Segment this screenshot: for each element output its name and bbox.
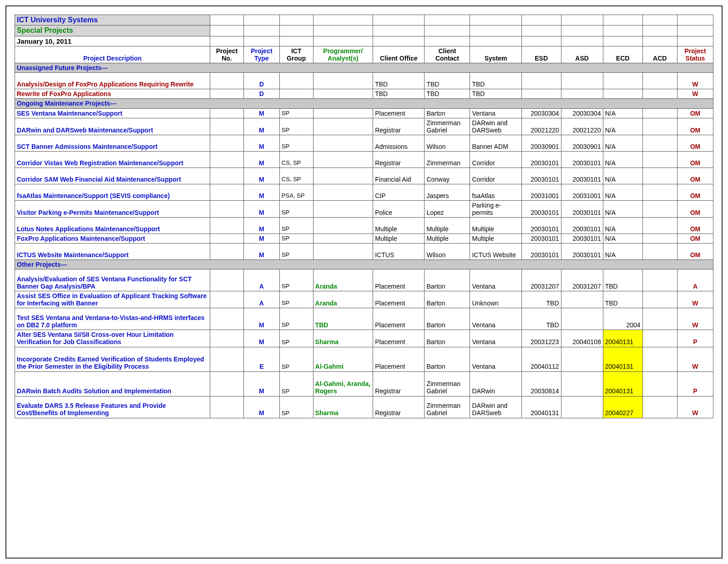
cell-esd [521,89,561,99]
table-row: FoxPro Applications Maintenance/SupportM… [15,234,713,243]
cell-ecd: 20040227 [603,396,642,418]
cell-status: OM [677,234,713,243]
cell-no [210,73,244,89]
cell-no [210,118,244,135]
cell-asd [561,396,603,418]
cell-type: M [243,108,279,118]
cell-ecd: N/A [603,217,642,234]
cell-contact: Conway [425,168,470,184]
cell-grp: SP [279,234,313,243]
cell-desc: SES Ventana Maintenance/Support [15,108,210,118]
cell-esd: 20040112 [521,347,561,371]
cell-office: Police [373,200,425,217]
cell-no [210,291,244,308]
cell-contact: Zimmerman [425,151,470,168]
cell-desc: SCT Banner Admissions Maintenance/Suppor… [15,135,210,151]
cell-grp: SP [279,108,313,118]
cell-ecd: N/A [603,244,642,260]
cell-asd: 20030101 [561,168,603,184]
cell-esd: 20030101 [521,168,561,184]
cell-prog [313,108,373,118]
cell-acd [642,89,677,99]
cell-desc: DARwin Batch Audits Solution and Impleme… [15,371,210,396]
cell-contact: Zimmerman Gabriel [425,371,470,396]
cell-system: Multiple [470,234,521,243]
cell-status: OM [677,108,713,118]
cell-office: Placement [373,291,425,308]
cell-status: W [677,73,713,89]
cell-status: P [677,330,713,347]
cell-prog [313,151,373,168]
cell-system: Ventana [470,308,521,330]
hdr-no: Project No. [210,46,244,63]
cell-desc: Analysis/Evaluation of SES Ventana Funct… [15,269,210,291]
cell-prog: Al-Gahmi, Aranda, Rogers [313,371,373,396]
cell-no [210,200,244,217]
cell-acd [642,151,677,168]
cell-system: Parking e-permits [470,200,521,217]
cell-desc: FoxPro Applications Maintenance/Support [15,234,210,243]
cell-contact: Wilson [425,244,470,260]
cell-prog [313,89,373,99]
cell-asd: 20031001 [561,184,603,200]
cell-type: A [243,291,279,308]
table-row: Rewrite of FoxPro ApplicationsDTBDTBDTBD… [15,89,713,99]
cell-contact: Zimmerman Gabriel [425,118,470,135]
table-row: Analysis/Evaluation of SES Ventana Funct… [15,269,713,291]
cell-ecd: 20040131 [603,371,642,396]
cell-status: W [677,347,713,371]
cell-status: P [677,371,713,396]
cell-desc: Rewrite of FoxPro Applications [15,89,210,99]
cell-grp: SP [279,118,313,135]
cell-contact: Lopez [425,200,470,217]
cell-esd: 20031207 [521,269,561,291]
hdr-system: System [470,46,521,63]
cell-prog: Sharma [313,396,373,418]
cell-type: M [243,184,279,200]
cell-grp: SP [279,217,313,234]
cell-type: M [243,168,279,184]
cell-system: Banner ADM [470,135,521,151]
cell-acd [642,135,677,151]
cell-prog [313,184,373,200]
table-row: Corridor Vistas Web Registration Mainten… [15,151,713,168]
cell-acd [642,244,677,260]
cell-contact: Barton [425,330,470,347]
cell-no [210,168,244,184]
cell-contact: Barton [425,308,470,330]
cell-asd: 20030101 [561,151,603,168]
cell-system: TBD [470,89,521,99]
cell-status: OM [677,217,713,234]
cell-desc: DARwin and DARSweb Maintenance/Support [15,118,210,135]
hdr-status: Project Status [677,46,713,63]
cell-acd [642,200,677,217]
cell-no [210,396,244,418]
report-title: Special Projects [15,25,210,36]
cell-system: Multiple [470,217,521,234]
cell-prog [313,244,373,260]
cell-no [210,234,244,243]
cell-type: M [243,200,279,217]
cell-system: Corridor [470,168,521,184]
cell-type: M [243,396,279,418]
date-row: January 10, 2011 [15,36,713,46]
cell-office: Placement [373,308,425,330]
cell-grp: CS, SP [279,151,313,168]
cell-grp: SP [279,396,313,418]
cell-type: M [243,151,279,168]
cell-esd: 20030101 [521,200,561,217]
cell-acd [642,396,677,418]
cell-system: TBD [470,73,521,89]
table-row: Visitor Parking e-Permits Maintenance/Su… [15,200,713,217]
cell-esd: TBD [521,308,561,330]
cell-desc: Corridor Vistas Web Registration Mainten… [15,151,210,168]
cell-office: Placement [373,108,425,118]
cell-desc: Visitor Parking e-Permits Maintenance/Su… [15,200,210,217]
cell-no [210,151,244,168]
cell-grp: PSA, SP [279,184,313,200]
cell-grp: SP [279,308,313,330]
cell-contact: Barton [425,269,470,291]
cell-type: M [243,244,279,260]
cell-office: Placement [373,269,425,291]
cell-acd [642,118,677,135]
